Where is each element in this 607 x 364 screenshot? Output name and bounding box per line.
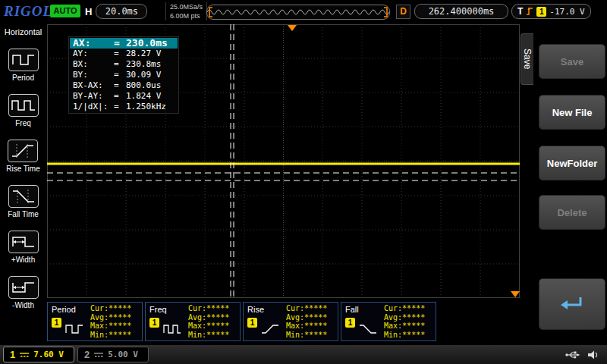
trigger-level-value: -17.0 V <box>549 7 584 17</box>
rigol-logo: RIGOL <box>4 3 52 20</box>
sidebar-item-label: Freq <box>15 119 31 127</box>
sidebar-item-label: Period <box>12 74 34 82</box>
top-status-bar: RIGOL AUTO H 20.0ms 25.0MSa/s 6.00M pts … <box>0 0 607 23</box>
cursor-row-by: BY:=30.09 V <box>70 70 178 80</box>
usb-icon <box>565 350 580 360</box>
trigger-edge-icon <box>526 6 533 17</box>
sidebar-item-label: +Width <box>11 256 35 264</box>
bottom-status-bar: 1 7.60 V 2 5.00 V <box>0 345 607 364</box>
measurement-period[interactable]: Period 1 Cur:***** Avg:***** Max:***** M… <box>47 302 143 341</box>
return-arrow-icon <box>557 293 587 315</box>
sidebar-item-label: -Width <box>12 301 34 309</box>
preview-waveform-icon <box>207 6 389 18</box>
delete-button[interactable]: Delete <box>539 195 605 230</box>
cursor-row-bx: BX:=230.8ms <box>70 59 178 70</box>
channel-scale: 5.00 V <box>108 350 138 359</box>
measurement-row: Period 1 Cur:***** Avg:***** Max:***** M… <box>47 302 436 341</box>
trigger-delay-group[interactable]: D 262.400000ms <box>396 4 508 19</box>
measurement-rise[interactable]: Rise 1 Cur:***** Avg:***** Max:***** Min… <box>243 302 338 341</box>
period-waveform-icon <box>64 322 84 336</box>
delay-label: D <box>396 5 410 19</box>
channel-2-status[interactable]: 2 5.00 V <box>77 347 149 362</box>
back-button[interactable] <box>539 278 605 330</box>
sidebar-item-fall-time[interactable]: Fall Time <box>8 185 39 218</box>
measurement-freq[interactable]: Freq 1 Cur:***** Avg:***** Max:***** Min… <box>145 302 241 341</box>
save-button[interactable]: Save <box>539 44 605 79</box>
left-menu-title: Horizontal <box>5 27 42 36</box>
status-icons <box>565 350 599 360</box>
graticule: AX:=230.0ms AY:=28.27 V BX:=230.8ms BY:=… <box>47 24 520 298</box>
channel-number: 1 <box>10 349 15 360</box>
sidebar-item-plus-width[interactable]: +Width <box>8 231 39 264</box>
speaker-icon[interactable] <box>587 350 599 360</box>
dc-coupling-icon <box>19 351 30 359</box>
measurement-fall[interactable]: Fall 1 Cur:***** Avg:***** Max:***** Min… <box>341 302 436 341</box>
sidebar-item-rise-time[interactable]: Rise Time <box>6 140 39 173</box>
timebase-value: 20.0ms <box>96 4 147 19</box>
freq-waveform-icon <box>162 322 182 336</box>
delay-value: 262.400000ms <box>414 4 508 19</box>
channel-1-status[interactable]: 1 7.60 V <box>3 347 74 362</box>
fall-time-icon <box>8 185 39 208</box>
channel-badge: 1 <box>247 318 257 328</box>
minus-width-icon <box>8 276 39 299</box>
dc-coupling-icon <box>93 351 104 359</box>
oscilloscope-screen: RIGOL AUTO H 20.0ms 25.0MSa/s 6.00M pts … <box>0 0 607 364</box>
channel-badge: 1 <box>52 318 61 328</box>
sidebar-item-freq[interactable]: Freq <box>8 94 39 127</box>
sidebar-item-period[interactable]: Period <box>8 49 39 82</box>
cursor-row-ax: AX:=230.0ms <box>70 38 178 49</box>
cursor-readout-panel: AX:=230.0ms AY:=28.27 V BX:=230.8ms BY:=… <box>68 36 179 114</box>
sample-rate: 25.0MSa/s <box>170 2 203 11</box>
trigger-status-group[interactable]: T 1 -17.0 V <box>511 4 591 19</box>
trigger-label: T <box>517 6 523 17</box>
horizontal-scale-group[interactable]: H 20.0ms <box>85 4 147 19</box>
channel-badge: 1 <box>149 318 159 328</box>
save-menu: Save Save New File NewFolder Delete <box>521 23 607 345</box>
plus-width-icon <box>8 231 39 253</box>
trigger-position-marker[interactable] <box>288 25 297 31</box>
rise-waveform-icon <box>260 322 280 336</box>
period-icon <box>8 49 39 71</box>
rise-time-icon <box>8 140 38 162</box>
sidebar-item-label: Fall Time <box>8 210 39 218</box>
new-folder-button[interactable]: NewFolder <box>539 146 605 180</box>
cursor-row-ay: AY:=28.27 V <box>70 49 178 59</box>
save-menu-tab: Save <box>521 33 533 85</box>
h-label: H <box>85 6 92 17</box>
channel-badge: 1 <box>345 318 355 328</box>
horizontal-measure-menu: Horizontal Period Freq Rise Time <box>0 23 46 345</box>
memory-waveform-preview[interactable] <box>206 5 390 20</box>
cursor-row-by-ay: BY-AY:=1.824 V <box>70 91 178 102</box>
freq-icon <box>8 94 39 117</box>
trigger-level-offscreen-marker[interactable] <box>511 291 520 297</box>
fall-waveform-icon <box>358 322 378 336</box>
cursor-row-bx-ax: BX-AX:=800.0us <box>70 80 178 91</box>
run-state-badge[interactable]: AUTO <box>50 5 80 17</box>
trigger-source-badge: 1 <box>536 7 546 17</box>
sidebar-item-label: Rise Time <box>6 165 39 173</box>
new-file-button[interactable]: New File <box>539 95 605 130</box>
channel-number: 2 <box>84 349 90 360</box>
acquisition-info: 25.0MSa/s 6.00M pts <box>165 2 207 20</box>
cursor-row-inverse-dx: 1/|dX|:=1.250kHz <box>70 102 178 112</box>
memory-depth: 6.00M pts <box>170 11 203 20</box>
sidebar-item-minus-width[interactable]: -Width <box>8 276 39 309</box>
channel-scale: 7.60 V <box>33 350 64 359</box>
